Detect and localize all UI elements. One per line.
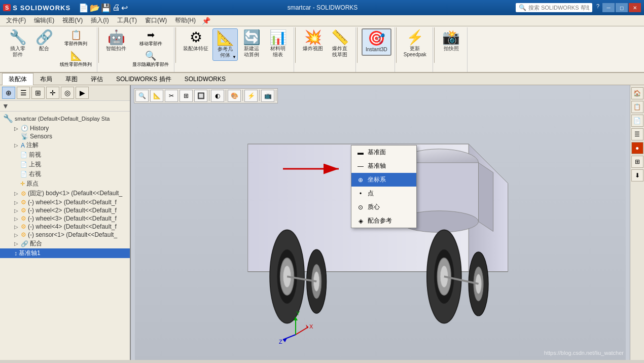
tree-item-wheel3[interactable]: ▷ ⚙ (-) wheel<3> (Default<<Default_f (0, 214, 130, 223)
cut-btn[interactable]: ✂ (165, 90, 178, 102)
tree-item-history[interactable]: ▷ 🕐 History (0, 124, 130, 132)
coordinate-system-icon: ⊕ (356, 176, 365, 184)
menu-item-coordinate-system[interactable]: ⊕ 坐标系 (351, 173, 416, 187)
render-btn[interactable]: 🎨 (228, 90, 241, 102)
tree-item-mate[interactable]: ▷ 🔗 配合 (0, 239, 130, 248)
tree-item-wheel4[interactable]: ▷ ⚙ (-) wheel<4> (Default<<Default_f (0, 223, 130, 231)
search-input[interactable] (528, 5, 589, 11)
move-component-btn[interactable]: ➡ 移动零部件 (130, 28, 171, 48)
svg-marker-7 (479, 163, 493, 231)
plus-btn[interactable]: ✛ (46, 87, 59, 99)
menu-window[interactable]: 窗口(W) (141, 15, 171, 26)
menu-item-datum-axis[interactable]: — 基准轴 (351, 159, 416, 173)
view-area: 🔍 📐 ✂ ⊞ 🔲 ◐ 🎨 ⚡ 📺 ▬ 基准面 — 基准轴 (131, 85, 644, 360)
arrow-btn[interactable]: ▶ (76, 87, 89, 99)
menu-insert[interactable]: 插入(I) (87, 15, 113, 26)
search-box[interactable]: 🔍 (516, 3, 592, 12)
menu-edit[interactable]: 编辑(E) (30, 15, 58, 26)
home-view-btn[interactable]: 🏠 (631, 87, 643, 99)
property-btn[interactable]: ☰ (17, 87, 30, 99)
close-button[interactable]: ✕ (629, 3, 641, 12)
view-config-btn[interactable]: ⊞ (631, 156, 643, 168)
menu-item-point[interactable]: • 点 (351, 187, 416, 200)
search-view-btn[interactable]: 🔍 (135, 90, 149, 102)
config-btn[interactable]: ⊞ (31, 87, 45, 99)
tree-item-origin[interactable]: ✛ 原点 (0, 179, 130, 189)
explode-line-btn[interactable]: 📏 爆炸直线草图 (327, 28, 352, 60)
show-hide-btn[interactable]: 🔍 显示隐藏的零部件 (130, 49, 171, 69)
tree-item-right[interactable]: 📄 右视 (0, 169, 130, 179)
screen-btn[interactable]: 📺 (261, 90, 274, 102)
datum-plane-label: 基准面 (368, 148, 386, 157)
linear-pattern-btn[interactable]: 📋 零部件阵列 (58, 28, 94, 48)
box-btn[interactable]: 🔲 (194, 90, 207, 102)
help-icon[interactable]: ? (596, 3, 599, 12)
zoom-fit-btn[interactable]: 📋 (631, 101, 643, 113)
bom-btn[interactable]: 📊 材料明细表 (265, 28, 291, 60)
tree-item-front[interactable]: 📄 前视 (0, 150, 130, 160)
expand-sensor1: ▷ (14, 232, 19, 238)
view-toolbar: 🔍 📐 ✂ ⊞ 🔲 ◐ 🎨 ⚡ 📺 (134, 88, 278, 103)
pin-icon[interactable]: 📌 (202, 17, 210, 25)
section-view-btn[interactable]: 📄 (631, 115, 643, 127)
feature-tree: 🔧 smartcar (Default<Default_Display Sta … (0, 112, 130, 360)
feature-tree-btn[interactable]: ⊕ (2, 87, 15, 99)
menu-tools[interactable]: 工具(T) (113, 15, 141, 26)
tab-sw-plugins[interactable]: SOLIDWORKS 插件 (110, 73, 178, 85)
lighting-btn[interactable]: ⚡ (244, 90, 258, 102)
tree-item-datum-axis1[interactable]: ↕ 基准轴1 (0, 248, 130, 258)
grid-btn[interactable]: ⊞ (180, 90, 193, 102)
save-icon[interactable]: 💾 (101, 3, 111, 13)
minimize-button[interactable]: ─ (602, 3, 615, 12)
tree-item-wheel1[interactable]: ▷ ⚙ (-) wheel<1> (Default<<Default_f (0, 198, 130, 206)
tree-item-top[interactable]: 📄 上视 (0, 160, 130, 169)
new-motion-btn[interactable]: 🔄 新建运动算例 (239, 28, 264, 60)
display-toggle-btn[interactable]: ☰ (631, 128, 643, 140)
explode-view-btn[interactable]: 💥 爆炸视图 (300, 28, 326, 54)
tab-assembly[interactable]: 装配体 (2, 73, 33, 85)
feature-btn[interactable]: 📐 线性零部件阵列 (58, 49, 94, 69)
update-speedpak-btn[interactable]: ⚡ 更新Speedpak (401, 28, 430, 60)
wheel4-label: (-) wheel<4> (Default<<Default_f (28, 223, 117, 230)
tree-item-annotation[interactable]: ▷ A 注解 (0, 140, 130, 150)
new-icon[interactable]: 📄 (79, 3, 89, 13)
app-logo: S S SOLIDWORKS (3, 4, 70, 12)
render-quality-btn[interactable]: ● (631, 142, 643, 154)
menu-item-datum-plane[interactable]: ▬ 基准面 (351, 146, 416, 159)
measure-btn[interactable]: 📐 (150, 90, 163, 102)
expand-panel-btn[interactable]: ⬇ (631, 169, 643, 181)
menu-view[interactable]: 视图(V) (58, 15, 87, 26)
snapshot-btn[interactable]: 📸 拍快照 (439, 28, 464, 54)
assembly-feature-btn[interactable]: ⚙ 装配体特征 (180, 28, 211, 54)
menu-help[interactable]: 帮助(H) (171, 15, 200, 26)
assembly-icon: 🔧 (3, 114, 13, 123)
instant3d-btn[interactable]: 🎯 Instant3D (362, 28, 391, 56)
open-icon[interactable]: 📂 (90, 3, 100, 13)
centroid-label: 质心 (368, 203, 380, 211)
print-icon[interactable]: 🖨 (112, 3, 120, 13)
tree-item-sensors[interactable]: 📡 Sensors (0, 132, 130, 140)
menu-file[interactable]: 文件(F) (2, 15, 30, 26)
display-btn[interactable]: ◎ (61, 87, 74, 99)
wheel4-icon: ⚙ (21, 223, 26, 230)
tree-item-wheel2[interactable]: ▷ ⚙ (-) wheel<2> (Default<<Default_f (0, 206, 130, 214)
tab-layout[interactable]: 布局 (33, 73, 59, 85)
display-mode-btn[interactable]: ◐ (211, 90, 224, 102)
insert-component-btn[interactable]: 🔧 插入零部件 (5, 28, 30, 60)
centroid-icon: ⊙ (356, 204, 365, 211)
ribbon-group-insert: 🔧 插入零部件 🔗 配合 📋 零部件阵列 📐 线性零部件阵列 (2, 27, 97, 72)
tree-item-sensor1[interactable]: ▷ ⚙ (-) sensor<1> (Default<<Default_ (0, 231, 130, 239)
tab-sketch[interactable]: 草图 (59, 73, 84, 85)
menu-item-centroid[interactable]: ⊙ 质心 (351, 200, 416, 214)
reference-geometry-btn[interactable]: 📐 参考几何体 ▼ (212, 28, 238, 61)
history-label: History (30, 125, 49, 132)
undo-icon[interactable]: ↩ (121, 3, 128, 13)
main-area: ⊕ ☰ ⊞ ✛ ◎ ▶ ▼ 🔧 smartcar (Default<Defaul… (0, 85, 644, 360)
tab-evaluate[interactable]: 评估 (84, 73, 110, 85)
tree-item-body[interactable]: ▷ ⚙ (固定) body<1> (Default<<Default_ (0, 189, 130, 198)
smart-fasteners-btn[interactable]: 🤖 智能扣件 (103, 28, 129, 54)
tab-sw[interactable]: SOLIDWORKS (178, 74, 232, 84)
menu-item-mate-ref[interactable]: ◈ 配合参考 (351, 214, 416, 228)
mate-btn[interactable]: 🔗 配合 (31, 28, 57, 54)
restore-button[interactable]: ◻ (616, 3, 628, 12)
